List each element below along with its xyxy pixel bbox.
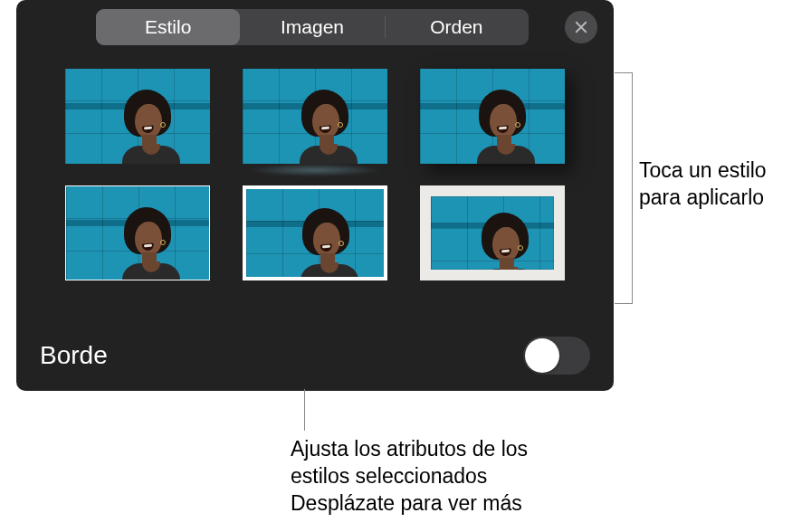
style-thumbnail-2[interactable] — [243, 69, 387, 164]
style-thumbnail-1[interactable] — [65, 69, 210, 164]
callout-leader-bottom — [304, 389, 305, 431]
tab-image[interactable]: Imagen — [240, 9, 384, 45]
panel-header: Estilo Imagen Orden — [16, 0, 614, 45]
style-thumbnail-3[interactable] — [420, 69, 565, 164]
border-toggle[interactable] — [523, 337, 590, 375]
toggle-knob — [525, 338, 559, 373]
tab-style[interactable]: Estilo — [96, 9, 240, 45]
border-label: Borde — [40, 341, 108, 370]
tab-order-label: Orden — [430, 16, 482, 38]
style-thumbnail-5[interactable] — [243, 185, 387, 280]
callout-text-styles: Toca un estilo para aplicarlo — [639, 157, 807, 212]
border-row: Borde — [16, 320, 614, 391]
close-button[interactable] — [565, 11, 597, 43]
close-icon — [573, 19, 589, 35]
tab-order[interactable]: Orden — [385, 9, 529, 45]
style-thumbnail-4[interactable] — [65, 185, 210, 280]
callout-leader-right — [615, 72, 633, 304]
tab-image-label: Imagen — [281, 16, 344, 38]
segmented-control: Estilo Imagen Orden — [96, 9, 529, 45]
format-panel: Estilo Imagen Orden — [16, 0, 614, 391]
callout-text-attributes: Ajusta los atributos de los estilos sele… — [291, 436, 580, 518]
tab-style-label: Estilo — [145, 16, 191, 38]
styles-grid — [16, 45, 614, 280]
style-thumbnail-6[interactable] — [420, 185, 565, 280]
